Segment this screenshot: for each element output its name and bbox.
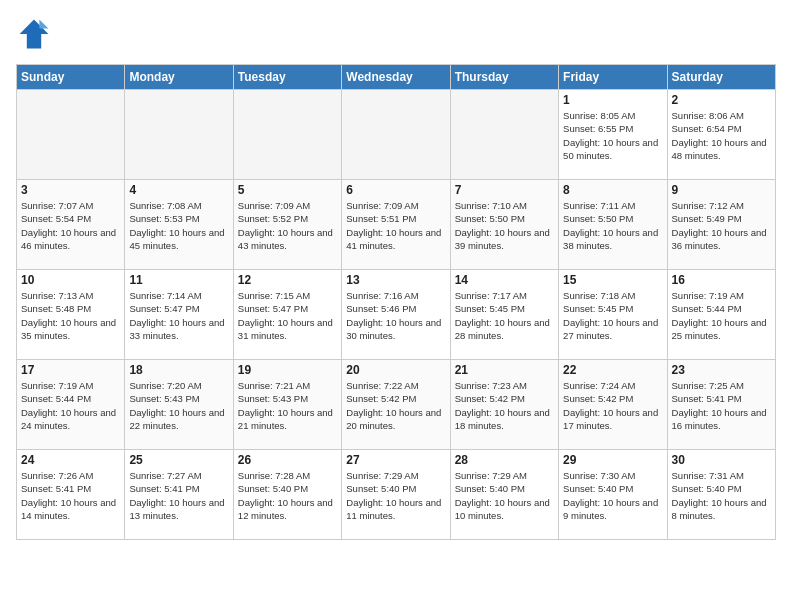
calendar-cell: 20Sunrise: 7:22 AMSunset: 5:42 PMDayligh… bbox=[342, 360, 450, 450]
day-info: Sunrise: 7:10 AMSunset: 5:50 PMDaylight:… bbox=[455, 199, 554, 252]
day-number: 7 bbox=[455, 183, 554, 197]
calendar-cell: 15Sunrise: 7:18 AMSunset: 5:45 PMDayligh… bbox=[559, 270, 667, 360]
day-info: Sunrise: 7:19 AMSunset: 5:44 PMDaylight:… bbox=[672, 289, 771, 342]
calendar-cell: 18Sunrise: 7:20 AMSunset: 5:43 PMDayligh… bbox=[125, 360, 233, 450]
day-number: 26 bbox=[238, 453, 337, 467]
day-info: Sunrise: 7:31 AMSunset: 5:40 PMDaylight:… bbox=[672, 469, 771, 522]
day-info: Sunrise: 7:20 AMSunset: 5:43 PMDaylight:… bbox=[129, 379, 228, 432]
calendar-week-row: 1Sunrise: 8:05 AMSunset: 6:55 PMDaylight… bbox=[17, 90, 776, 180]
day-number: 19 bbox=[238, 363, 337, 377]
day-number: 13 bbox=[346, 273, 445, 287]
calendar-cell: 24Sunrise: 7:26 AMSunset: 5:41 PMDayligh… bbox=[17, 450, 125, 540]
day-info: Sunrise: 7:30 AMSunset: 5:40 PMDaylight:… bbox=[563, 469, 662, 522]
calendar-cell: 28Sunrise: 7:29 AMSunset: 5:40 PMDayligh… bbox=[450, 450, 558, 540]
day-number: 10 bbox=[21, 273, 120, 287]
day-number: 22 bbox=[563, 363, 662, 377]
day-number: 24 bbox=[21, 453, 120, 467]
day-info: Sunrise: 7:27 AMSunset: 5:41 PMDaylight:… bbox=[129, 469, 228, 522]
calendar-week-row: 10Sunrise: 7:13 AMSunset: 5:48 PMDayligh… bbox=[17, 270, 776, 360]
calendar-cell: 1Sunrise: 8:05 AMSunset: 6:55 PMDaylight… bbox=[559, 90, 667, 180]
calendar-cell: 22Sunrise: 7:24 AMSunset: 5:42 PMDayligh… bbox=[559, 360, 667, 450]
calendar-cell: 13Sunrise: 7:16 AMSunset: 5:46 PMDayligh… bbox=[342, 270, 450, 360]
calendar-cell bbox=[17, 90, 125, 180]
day-number: 15 bbox=[563, 273, 662, 287]
weekday-header: Tuesday bbox=[233, 65, 341, 90]
calendar-cell: 26Sunrise: 7:28 AMSunset: 5:40 PMDayligh… bbox=[233, 450, 341, 540]
day-info: Sunrise: 7:19 AMSunset: 5:44 PMDaylight:… bbox=[21, 379, 120, 432]
calendar-cell: 10Sunrise: 7:13 AMSunset: 5:48 PMDayligh… bbox=[17, 270, 125, 360]
day-number: 8 bbox=[563, 183, 662, 197]
logo-icon bbox=[16, 16, 52, 52]
day-number: 29 bbox=[563, 453, 662, 467]
calendar-cell: 29Sunrise: 7:30 AMSunset: 5:40 PMDayligh… bbox=[559, 450, 667, 540]
day-info: Sunrise: 7:26 AMSunset: 5:41 PMDaylight:… bbox=[21, 469, 120, 522]
day-info: Sunrise: 8:05 AMSunset: 6:55 PMDaylight:… bbox=[563, 109, 662, 162]
weekday-header: Friday bbox=[559, 65, 667, 90]
day-number: 1 bbox=[563, 93, 662, 107]
calendar-week-row: 17Sunrise: 7:19 AMSunset: 5:44 PMDayligh… bbox=[17, 360, 776, 450]
calendar-cell: 4Sunrise: 7:08 AMSunset: 5:53 PMDaylight… bbox=[125, 180, 233, 270]
page-header bbox=[16, 16, 776, 52]
calendar-table: SundayMondayTuesdayWednesdayThursdayFrid… bbox=[16, 64, 776, 540]
day-info: Sunrise: 7:29 AMSunset: 5:40 PMDaylight:… bbox=[346, 469, 445, 522]
calendar-cell bbox=[233, 90, 341, 180]
calendar-cell bbox=[125, 90, 233, 180]
day-info: Sunrise: 7:09 AMSunset: 5:51 PMDaylight:… bbox=[346, 199, 445, 252]
day-number: 5 bbox=[238, 183, 337, 197]
calendar-cell: 16Sunrise: 7:19 AMSunset: 5:44 PMDayligh… bbox=[667, 270, 775, 360]
day-info: Sunrise: 7:22 AMSunset: 5:42 PMDaylight:… bbox=[346, 379, 445, 432]
calendar-cell: 11Sunrise: 7:14 AMSunset: 5:47 PMDayligh… bbox=[125, 270, 233, 360]
day-info: Sunrise: 7:29 AMSunset: 5:40 PMDaylight:… bbox=[455, 469, 554, 522]
day-info: Sunrise: 7:24 AMSunset: 5:42 PMDaylight:… bbox=[563, 379, 662, 432]
day-number: 9 bbox=[672, 183, 771, 197]
day-info: Sunrise: 7:23 AMSunset: 5:42 PMDaylight:… bbox=[455, 379, 554, 432]
weekday-header: Wednesday bbox=[342, 65, 450, 90]
day-info: Sunrise: 7:25 AMSunset: 5:41 PMDaylight:… bbox=[672, 379, 771, 432]
calendar-cell bbox=[342, 90, 450, 180]
day-number: 11 bbox=[129, 273, 228, 287]
calendar-cell: 12Sunrise: 7:15 AMSunset: 5:47 PMDayligh… bbox=[233, 270, 341, 360]
day-info: Sunrise: 7:18 AMSunset: 5:45 PMDaylight:… bbox=[563, 289, 662, 342]
day-number: 25 bbox=[129, 453, 228, 467]
day-number: 4 bbox=[129, 183, 228, 197]
calendar-cell: 3Sunrise: 7:07 AMSunset: 5:54 PMDaylight… bbox=[17, 180, 125, 270]
day-number: 16 bbox=[672, 273, 771, 287]
day-number: 6 bbox=[346, 183, 445, 197]
day-info: Sunrise: 7:16 AMSunset: 5:46 PMDaylight:… bbox=[346, 289, 445, 342]
weekday-header: Sunday bbox=[17, 65, 125, 90]
calendar-cell: 9Sunrise: 7:12 AMSunset: 5:49 PMDaylight… bbox=[667, 180, 775, 270]
day-number: 28 bbox=[455, 453, 554, 467]
day-number: 18 bbox=[129, 363, 228, 377]
calendar-cell: 6Sunrise: 7:09 AMSunset: 5:51 PMDaylight… bbox=[342, 180, 450, 270]
calendar-cell: 27Sunrise: 7:29 AMSunset: 5:40 PMDayligh… bbox=[342, 450, 450, 540]
weekday-header: Saturday bbox=[667, 65, 775, 90]
day-info: Sunrise: 7:12 AMSunset: 5:49 PMDaylight:… bbox=[672, 199, 771, 252]
calendar-cell: 25Sunrise: 7:27 AMSunset: 5:41 PMDayligh… bbox=[125, 450, 233, 540]
calendar-cell: 14Sunrise: 7:17 AMSunset: 5:45 PMDayligh… bbox=[450, 270, 558, 360]
day-info: Sunrise: 7:08 AMSunset: 5:53 PMDaylight:… bbox=[129, 199, 228, 252]
day-number: 30 bbox=[672, 453, 771, 467]
day-info: Sunrise: 7:14 AMSunset: 5:47 PMDaylight:… bbox=[129, 289, 228, 342]
calendar-week-row: 3Sunrise: 7:07 AMSunset: 5:54 PMDaylight… bbox=[17, 180, 776, 270]
day-number: 20 bbox=[346, 363, 445, 377]
calendar-cell: 30Sunrise: 7:31 AMSunset: 5:40 PMDayligh… bbox=[667, 450, 775, 540]
calendar-week-row: 24Sunrise: 7:26 AMSunset: 5:41 PMDayligh… bbox=[17, 450, 776, 540]
day-number: 23 bbox=[672, 363, 771, 377]
svg-marker-1 bbox=[39, 20, 48, 29]
calendar-cell: 17Sunrise: 7:19 AMSunset: 5:44 PMDayligh… bbox=[17, 360, 125, 450]
logo bbox=[16, 16, 56, 52]
calendar-cell: 21Sunrise: 7:23 AMSunset: 5:42 PMDayligh… bbox=[450, 360, 558, 450]
weekday-header: Thursday bbox=[450, 65, 558, 90]
calendar-cell: 7Sunrise: 7:10 AMSunset: 5:50 PMDaylight… bbox=[450, 180, 558, 270]
day-info: Sunrise: 7:28 AMSunset: 5:40 PMDaylight:… bbox=[238, 469, 337, 522]
calendar-cell: 19Sunrise: 7:21 AMSunset: 5:43 PMDayligh… bbox=[233, 360, 341, 450]
day-number: 2 bbox=[672, 93, 771, 107]
calendar-cell: 5Sunrise: 7:09 AMSunset: 5:52 PMDaylight… bbox=[233, 180, 341, 270]
svg-marker-0 bbox=[20, 20, 49, 49]
day-number: 14 bbox=[455, 273, 554, 287]
day-info: Sunrise: 7:09 AMSunset: 5:52 PMDaylight:… bbox=[238, 199, 337, 252]
weekday-header: Monday bbox=[125, 65, 233, 90]
day-number: 17 bbox=[21, 363, 120, 377]
day-number: 3 bbox=[21, 183, 120, 197]
calendar-cell: 2Sunrise: 8:06 AMSunset: 6:54 PMDaylight… bbox=[667, 90, 775, 180]
